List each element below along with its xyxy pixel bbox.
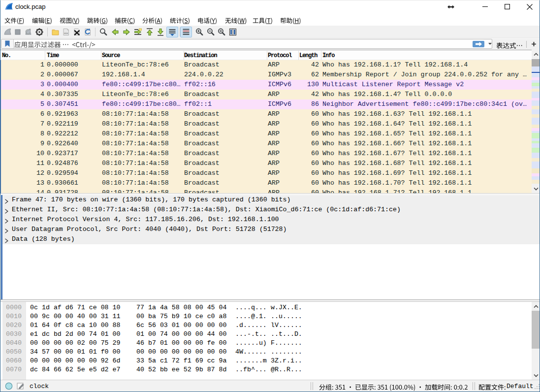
- svg-text:010: 010: [64, 32, 68, 34]
